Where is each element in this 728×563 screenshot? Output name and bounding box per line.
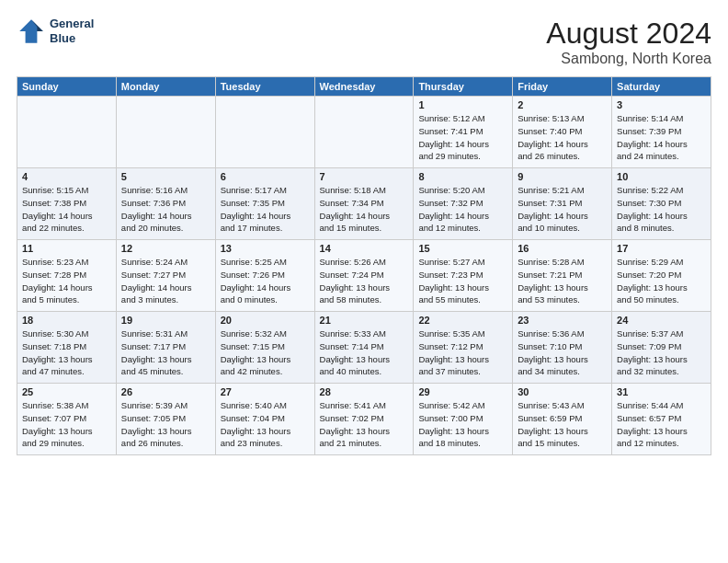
day-number: 10 (617, 171, 706, 182)
cell-info: Sunrise: 5:21 AMSunset: 7:31 PMDaylight:… (518, 184, 607, 235)
calendar-cell: 5Sunrise: 5:16 AMSunset: 7:36 PMDaylight… (116, 168, 215, 240)
day-number: 16 (518, 243, 607, 254)
calendar-cell: 17Sunrise: 5:29 AMSunset: 7:20 PMDayligh… (612, 240, 711, 312)
logo-icon (17, 17, 46, 46)
calendar-cell: 31Sunrise: 5:44 AMSunset: 6:57 PMDayligh… (612, 384, 711, 455)
calendar-cell: 12Sunrise: 5:24 AMSunset: 7:27 PMDayligh… (116, 240, 215, 312)
cell-info: Sunrise: 5:17 AMSunset: 7:35 PMDaylight:… (221, 184, 310, 235)
calendar-cell: 11Sunrise: 5:23 AMSunset: 7:28 PMDayligh… (17, 240, 117, 312)
title-block: August 2024 Sambong, North Korea (546, 17, 711, 67)
cell-info: Sunrise: 5:39 AMSunset: 7:05 PMDaylight:… (121, 399, 210, 450)
day-number: 29 (418, 386, 507, 397)
cell-info: Sunrise: 5:36 AMSunset: 7:10 PMDaylight:… (518, 327, 607, 378)
calendar-cell: 10Sunrise: 5:22 AMSunset: 7:30 PMDayligh… (612, 168, 711, 240)
day-number: 14 (320, 243, 409, 254)
week-row-1: 1Sunrise: 5:12 AMSunset: 7:41 PMDaylight… (17, 97, 711, 168)
cell-info: Sunrise: 5:30 AMSunset: 7:18 PMDaylight:… (22, 327, 111, 378)
cell-info: Sunrise: 5:38 AMSunset: 7:07 PMDaylight:… (22, 399, 111, 450)
day-number: 28 (320, 386, 409, 397)
day-number: 19 (121, 315, 210, 326)
day-number: 6 (221, 171, 310, 182)
page: General Blue August 2024 Sambong, North … (0, 0, 728, 563)
day-number: 30 (518, 386, 607, 397)
cell-info: Sunrise: 5:32 AMSunset: 7:15 PMDaylight:… (221, 327, 310, 378)
calendar-cell: 13Sunrise: 5:25 AMSunset: 7:26 PMDayligh… (215, 240, 314, 312)
calendar-cell: 30Sunrise: 5:43 AMSunset: 6:59 PMDayligh… (513, 384, 612, 455)
calendar-cell: 27Sunrise: 5:40 AMSunset: 7:04 PMDayligh… (215, 384, 314, 455)
day-number: 31 (617, 386, 706, 397)
cell-info: Sunrise: 5:16 AMSunset: 7:36 PMDaylight:… (121, 184, 210, 235)
cell-info: Sunrise: 5:27 AMSunset: 7:23 PMDaylight:… (418, 256, 507, 306)
cell-info: Sunrise: 5:29 AMSunset: 7:20 PMDaylight:… (617, 256, 706, 306)
calendar-cell: 14Sunrise: 5:26 AMSunset: 7:24 PMDayligh… (314, 240, 414, 312)
cell-info: Sunrise: 5:25 AMSunset: 7:26 PMDaylight:… (221, 256, 310, 306)
day-number: 4 (22, 171, 111, 182)
day-number: 24 (617, 315, 706, 326)
calendar-cell: 3Sunrise: 5:14 AMSunset: 7:39 PMDaylight… (612, 97, 711, 168)
cell-info: Sunrise: 5:37 AMSunset: 7:09 PMDaylight:… (617, 327, 706, 378)
col-sunday: Sunday (17, 77, 117, 97)
calendar-cell: 18Sunrise: 5:30 AMSunset: 7:18 PMDayligh… (17, 312, 117, 384)
calendar-cell: 28Sunrise: 5:41 AMSunset: 7:02 PMDayligh… (314, 384, 414, 455)
day-number: 13 (221, 243, 310, 254)
logo-text: General Blue (50, 17, 94, 45)
week-row-2: 4Sunrise: 5:15 AMSunset: 7:38 PMDaylight… (17, 168, 711, 240)
calendar-cell: 9Sunrise: 5:21 AMSunset: 7:31 PMDaylight… (513, 168, 612, 240)
day-number: 2 (518, 99, 607, 110)
week-row-5: 25Sunrise: 5:38 AMSunset: 7:07 PMDayligh… (17, 384, 711, 455)
calendar-cell: 16Sunrise: 5:28 AMSunset: 7:21 PMDayligh… (513, 240, 612, 312)
week-row-4: 18Sunrise: 5:30 AMSunset: 7:18 PMDayligh… (17, 312, 711, 384)
calendar-cell (116, 97, 215, 168)
calendar-cell: 20Sunrise: 5:32 AMSunset: 7:15 PMDayligh… (215, 312, 314, 384)
cell-info: Sunrise: 5:31 AMSunset: 7:17 PMDaylight:… (121, 327, 210, 378)
col-tuesday: Tuesday (215, 77, 314, 97)
day-number: 11 (22, 243, 111, 254)
calendar-table: Sunday Monday Tuesday Wednesday Thursday… (17, 76, 711, 455)
calendar-cell: 26Sunrise: 5:39 AMSunset: 7:05 PMDayligh… (116, 384, 215, 455)
cell-info: Sunrise: 5:41 AMSunset: 7:02 PMDaylight:… (320, 399, 409, 450)
day-number: 20 (221, 315, 310, 326)
cell-info: Sunrise: 5:18 AMSunset: 7:34 PMDaylight:… (320, 184, 409, 235)
calendar-cell: 22Sunrise: 5:35 AMSunset: 7:12 PMDayligh… (414, 312, 513, 384)
cell-info: Sunrise: 5:42 AMSunset: 7:00 PMDaylight:… (418, 399, 507, 450)
calendar-cell (314, 97, 414, 168)
cell-info: Sunrise: 5:24 AMSunset: 7:27 PMDaylight:… (121, 256, 210, 306)
calendar-cell: 2Sunrise: 5:13 AMSunset: 7:40 PMDaylight… (513, 97, 612, 168)
cell-info: Sunrise: 5:28 AMSunset: 7:21 PMDaylight:… (518, 256, 607, 306)
calendar-cell: 25Sunrise: 5:38 AMSunset: 7:07 PMDayligh… (17, 384, 117, 455)
col-thursday: Thursday (414, 77, 513, 97)
cell-info: Sunrise: 5:26 AMSunset: 7:24 PMDaylight:… (320, 256, 409, 306)
day-number: 7 (320, 171, 409, 182)
main-title: August 2024 (546, 17, 711, 51)
cell-info: Sunrise: 5:20 AMSunset: 7:32 PMDaylight:… (418, 184, 507, 235)
col-saturday: Saturday (612, 77, 711, 97)
day-number: 27 (221, 386, 310, 397)
day-number: 22 (418, 315, 507, 326)
calendar-cell: 24Sunrise: 5:37 AMSunset: 7:09 PMDayligh… (612, 312, 711, 384)
calendar-cell: 23Sunrise: 5:36 AMSunset: 7:10 PMDayligh… (513, 312, 612, 384)
calendar-cell: 21Sunrise: 5:33 AMSunset: 7:14 PMDayligh… (314, 312, 414, 384)
cell-info: Sunrise: 5:13 AMSunset: 7:40 PMDaylight:… (518, 112, 607, 163)
col-monday: Monday (116, 77, 215, 97)
day-number: 8 (418, 171, 507, 182)
calendar-cell: 6Sunrise: 5:17 AMSunset: 7:35 PMDaylight… (215, 168, 314, 240)
cell-info: Sunrise: 5:33 AMSunset: 7:14 PMDaylight:… (320, 327, 409, 378)
cell-info: Sunrise: 5:12 AMSunset: 7:41 PMDaylight:… (418, 112, 507, 163)
cell-info: Sunrise: 5:23 AMSunset: 7:28 PMDaylight:… (22, 256, 111, 306)
day-number: 9 (518, 171, 607, 182)
cell-info: Sunrise: 5:15 AMSunset: 7:38 PMDaylight:… (22, 184, 111, 235)
day-number: 17 (617, 243, 706, 254)
cell-info: Sunrise: 5:43 AMSunset: 6:59 PMDaylight:… (518, 399, 607, 450)
day-number: 26 (121, 386, 210, 397)
header-row: Sunday Monday Tuesday Wednesday Thursday… (17, 77, 711, 97)
cell-info: Sunrise: 5:22 AMSunset: 7:30 PMDaylight:… (617, 184, 706, 235)
calendar-cell: 7Sunrise: 5:18 AMSunset: 7:34 PMDaylight… (314, 168, 414, 240)
calendar-cell (17, 97, 117, 168)
logo: General Blue (17, 17, 94, 46)
week-row-3: 11Sunrise: 5:23 AMSunset: 7:28 PMDayligh… (17, 240, 711, 312)
calendar-cell (215, 97, 314, 168)
day-number: 5 (121, 171, 210, 182)
header: General Blue August 2024 Sambong, North … (17, 17, 711, 67)
day-number: 15 (418, 243, 507, 254)
cell-info: Sunrise: 5:35 AMSunset: 7:12 PMDaylight:… (418, 327, 507, 378)
